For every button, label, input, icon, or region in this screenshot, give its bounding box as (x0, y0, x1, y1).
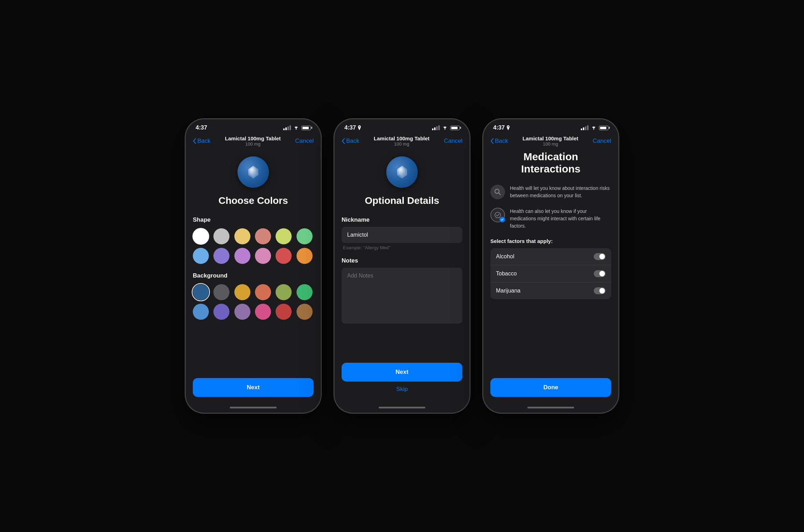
battery-icon (301, 126, 311, 130)
bg-swatch-2[interactable] (213, 284, 229, 300)
cancel-button-1[interactable]: Cancel (295, 138, 314, 145)
nav-title-1: Lamictal 100mg Tablet 100 mg (225, 135, 281, 147)
shape-swatch-3[interactable] (234, 228, 250, 244)
phone-2: 4:37 (334, 119, 470, 413)
status-bar-1: 4:37 (186, 119, 321, 134)
pill-icon-1 (237, 156, 269, 188)
status-bar-3: 4:37 (483, 119, 618, 134)
wifi-icon (293, 125, 299, 131)
status-bar-2: 4:37 (335, 119, 469, 134)
shape-swatch-7[interactable] (193, 248, 209, 264)
pill-svg-2 (394, 164, 410, 180)
pill-icon-2 (386, 156, 418, 188)
next-button-1[interactable]: Next (193, 378, 314, 397)
pill-icon-area-1 (193, 151, 314, 195)
shape-label: Shape (193, 216, 314, 223)
shape-swatch-2[interactable] (213, 228, 229, 244)
shape-swatch-11[interactable] (276, 248, 292, 264)
skip-button[interactable]: Skip (342, 382, 462, 397)
back-button-3[interactable]: Back (490, 138, 508, 145)
home-indicator-3 (483, 404, 618, 413)
bg-swatch-10[interactable] (255, 304, 271, 320)
status-icons-1 (283, 125, 311, 131)
bg-swatch-7[interactable] (193, 304, 209, 320)
signal-icon-2 (432, 125, 440, 130)
signal-icon-3 (581, 125, 589, 130)
bg-swatch-5[interactable] (276, 284, 292, 300)
time-1: 4:37 (196, 124, 207, 131)
shape-color-grid (193, 228, 314, 264)
shape-swatch-6[interactable] (297, 228, 313, 244)
factors-label: Select factors that apply: (490, 238, 611, 244)
wifi-icon-2 (442, 125, 448, 131)
toggle-alcohol[interactable] (594, 253, 606, 260)
next-button-2[interactable]: Next (342, 363, 462, 382)
notes-textarea[interactable] (342, 268, 462, 324)
bg-swatch-12[interactable] (297, 304, 313, 320)
svg-point-3 (495, 189, 499, 193)
done-button[interactable]: Done (490, 378, 611, 397)
screen-title-3: MedicationInteractions (490, 151, 611, 175)
svg-point-2 (593, 129, 594, 130)
phone-1: 4:37 (185, 119, 321, 413)
nav-title-2: Lamictal 100mg Tablet 100 mg (374, 135, 430, 147)
search-interaction-icon (490, 185, 505, 199)
nav-bar-1: Back Lamictal 100mg Tablet 100 mg Cancel (186, 134, 321, 151)
shape-swatch-4[interactable] (255, 228, 271, 244)
bg-swatch-3[interactable] (234, 284, 250, 300)
back-button-2[interactable]: Back (342, 138, 359, 145)
home-indicator-1 (186, 404, 321, 413)
toggle-tobacco[interactable] (594, 270, 606, 277)
nav-title-3: Lamictal 100mg Tablet 100 mg (522, 135, 578, 147)
svg-point-4 (495, 212, 500, 218)
bg-swatch-8[interactable] (213, 304, 229, 320)
toggle-marijuana[interactable] (594, 287, 606, 294)
wifi-icon-3 (591, 125, 597, 131)
interaction-text-1: Health will let you know about interacti… (510, 185, 611, 199)
shape-swatch-8[interactable] (213, 248, 229, 264)
battery-icon-3 (599, 126, 608, 130)
nickname-label: Nickname (342, 216, 462, 223)
nickname-input[interactable] (342, 227, 462, 243)
shape-swatch-1[interactable] (193, 228, 209, 244)
bg-swatch-4[interactable] (255, 284, 271, 300)
cancel-button-3[interactable]: Cancel (593, 138, 611, 145)
home-indicator-2 (335, 404, 469, 413)
nav-bar-3: Back Lamictal 100mg Tablet 100 mg Cancel (483, 134, 618, 151)
time-2: 4:37 (344, 124, 356, 131)
bg-color-grid (193, 284, 314, 320)
bottom-area-3: Done (483, 372, 618, 404)
interaction-text-2: Health can also let you know if your med… (510, 208, 611, 230)
screen-title-1: Choose Colors (193, 195, 314, 207)
bg-swatch-11[interactable] (276, 304, 292, 320)
phone-3: 4:37 (483, 119, 619, 413)
svg-point-1 (445, 129, 446, 130)
shape-swatch-5[interactable] (276, 228, 292, 244)
location-icon-2 (358, 125, 361, 130)
shape-swatch-12[interactable] (297, 248, 313, 264)
screen-title-2: Optional Details (342, 195, 462, 207)
shape-swatch-9[interactable] (234, 248, 250, 264)
check-interaction-icon (490, 208, 505, 222)
signal-icon (283, 125, 291, 130)
interaction-item-1: Health will let you know about interacti… (490, 185, 611, 199)
bg-swatch-1[interactable] (193, 284, 209, 300)
factor-name-alcohol: Alcohol (496, 253, 514, 260)
bg-swatch-6[interactable] (297, 284, 313, 300)
battery-icon-2 (450, 126, 460, 130)
factor-row-tobacco: Tobacco (490, 265, 611, 282)
shape-swatch-10[interactable] (255, 248, 271, 264)
factor-name-tobacco: Tobacco (496, 271, 517, 277)
bg-swatch-9[interactable] (234, 304, 250, 320)
pill-icon-area-2 (342, 151, 462, 195)
back-button-1[interactable]: Back (193, 138, 211, 145)
bottom-area-2: Next Skip (335, 357, 469, 404)
notes-label: Notes (342, 257, 462, 264)
time-3: 4:37 (493, 124, 505, 131)
interaction-item-2: Health can also let you know if your med… (490, 208, 611, 230)
cancel-button-2[interactable]: Cancel (444, 138, 462, 145)
factor-row-marijuana: Marijuana (490, 282, 611, 299)
check-badge (499, 217, 505, 222)
factor-name-marijuana: Marijuana (496, 288, 520, 294)
svg-point-0 (296, 129, 297, 130)
